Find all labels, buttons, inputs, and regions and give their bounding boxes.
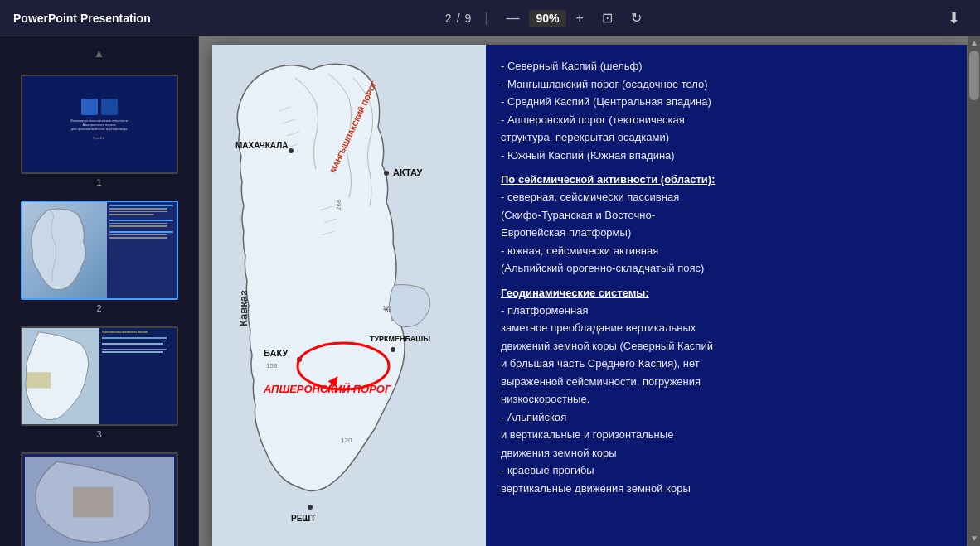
slide-number-1: 1 <box>96 177 101 187</box>
thumb2-text7 <box>109 237 167 239</box>
slide-thumb-container-4 <box>7 452 192 546</box>
section2-title: По сейсмической активности (области): <box>501 173 952 186</box>
thumb3-title: Тектоническая активность Каспия <box>102 331 174 334</box>
s3-line-2: заметное преобладание вертикальных <box>501 320 952 336</box>
svg-point-17 <box>308 505 313 510</box>
thumb3-line1 <box>102 337 167 339</box>
thumb2-map <box>22 202 107 298</box>
zoom-value: 90% <box>529 10 565 27</box>
content-line-5: структура, перекрытая осадками) <box>501 129 952 146</box>
page-separator: / <box>457 12 460 25</box>
slide-thumb-container-3: Тектоническая активность Каспия 3 <box>7 326 192 439</box>
total-pages: 9 <box>465 12 472 25</box>
app-title: PowerPoint Presentation <box>13 12 151 25</box>
section3-title: Геодинамические системы: <box>501 287 952 299</box>
svg-text:158: 158 <box>266 362 278 370</box>
slide-thumbnail-2[interactable] <box>21 201 178 300</box>
thumb2-text3 <box>109 214 154 215</box>
current-slide: 268 125 158 120 АКТАУ МАХАЧКАЛА БАКУ <box>212 45 967 546</box>
s3-line-9: движения земной коры <box>501 445 952 461</box>
main-area: ▲ Инженерно-геологические опасностиАпшер… <box>0 36 980 546</box>
slide-scrollbar[interactable]: ▲ ▼ <box>968 36 980 546</box>
zoom-out-button[interactable]: — <box>501 9 524 27</box>
zoom-controls: — 90% + <box>501 9 588 27</box>
slide1-icon2 <box>101 99 118 115</box>
svg-text:МАХАЧКАЛА: МАХАЧКАЛА <box>235 141 288 150</box>
svg-point-15 <box>391 347 395 352</box>
content-line-4: - Апшеронский порог (тектоническая <box>501 112 952 128</box>
svg-text:120: 120 <box>341 437 352 444</box>
thumb3-text2 <box>102 343 163 345</box>
slide-thumbnail-4[interactable] <box>21 452 178 546</box>
s3-line-11: вертикальные движения земной коры <box>501 481 952 497</box>
svg-text:ТУРКМЕНБАШЫ: ТУРКМЕНБАШЫ <box>370 335 430 343</box>
s2-line-4: - южная, сейсмически активная <box>501 243 952 259</box>
fit-screen-icon: ⊡ <box>602 11 613 25</box>
slide-scroll-up[interactable]: ▲ <box>968 36 980 49</box>
topbar-controls: 2 / 9 | — 90% + ⊡ ↻ <box>445 7 647 29</box>
s2-line-5: (Альпийский орогенно-складчатый пояс) <box>501 260 952 277</box>
content-line-6: - Южный Каспий (Южная впадина) <box>501 147 952 164</box>
thumb3-line2 <box>102 349 167 350</box>
thumb3-map-image <box>22 328 99 424</box>
divider: | <box>484 11 488 26</box>
s2-line-1: - северная, сейсмически пассивная <box>501 189 952 205</box>
s3-line-1: - платформенная <box>501 302 952 319</box>
content-line-2: - Мангышлакский порог (осадочное тело) <box>501 76 952 93</box>
scroll-up-indicator[interactable]: ▲ <box>7 45 192 61</box>
thumb2-text1 <box>109 208 167 210</box>
thumb2-text2 <box>109 211 167 213</box>
s3-line-6: низкоскоростные. <box>501 391 952 408</box>
slide-display-area: 268 125 158 120 АКТАУ МАХАЧКАЛА БАКУ <box>199 36 980 546</box>
thumb3-text1 <box>102 341 163 342</box>
page-indicator: 2 / 9 <box>445 12 471 25</box>
current-page: 2 <box>445 12 452 25</box>
svg-point-11 <box>289 148 294 153</box>
thumb2-text4 <box>109 223 167 225</box>
svg-text:АКТАУ: АКТАУ <box>393 167 422 177</box>
thumb4-overlay <box>25 457 174 546</box>
slide1-icon <box>81 99 98 115</box>
download-icon: ⬇ <box>948 10 960 27</box>
svg-text:268: 268 <box>335 199 342 210</box>
sidebar-wrapper: ▲ Инженерно-геологические опасностиАпшер… <box>0 36 199 546</box>
slide-scroll-down[interactable]: ▼ <box>968 532 980 544</box>
svg-text:Кавказ: Кавказ <box>237 290 250 326</box>
slide-number-2: 2 <box>96 303 101 313</box>
refresh-button[interactable]: ↻ <box>626 7 647 29</box>
thumb4-inner <box>22 454 177 546</box>
svg-text:РЕШТ: РЕШТ <box>291 514 316 523</box>
thumb4-map-area <box>25 457 174 546</box>
zoom-in-button[interactable]: + <box>571 9 589 27</box>
fit-screen-button[interactable]: ⊡ <box>597 7 618 29</box>
content-line-1: - Северный Каспий (шельф) <box>501 58 952 75</box>
top-bar: PowerPoint Presentation 2 / 9 | — 90% + … <box>0 0 980 36</box>
slide-viewport: 268 125 158 120 АКТАУ МАХАЧКАЛА БАКУ <box>199 36 980 546</box>
slide-thumbnails: ▲ Инженерно-геологические опасностиАпшер… <box>0 36 199 546</box>
svg-rect-1 <box>26 372 50 388</box>
slide-map: 268 125 158 120 АКТАУ МАХАЧКАЛА БАКУ <box>212 45 486 546</box>
thumb2-text5 <box>109 225 167 227</box>
slide-number-3: 3 <box>96 429 101 439</box>
refresh-icon: ↻ <box>631 11 642 25</box>
thumb2-line1 <box>109 205 174 206</box>
s3-line-10: - краевые прогибы <box>501 462 952 479</box>
slide-scrollbar-thumb[interactable] <box>969 51 979 100</box>
thumb3-map <box>22 328 99 424</box>
s3-line-8: и вертикальные и горизонтальные <box>501 427 952 443</box>
slide-thumbnail-3[interactable]: Тектоническая активность Каспия <box>21 326 178 426</box>
s3-line-7: - Альпийская <box>501 409 952 426</box>
s2-line-2: (Скифо-Туранская и Восточно- <box>501 207 952 224</box>
slide-thumb-container-1: Инженерно-геологические опасностиАпшерон… <box>7 75 192 187</box>
download-button[interactable]: ⬇ <box>941 6 967 31</box>
svg-point-9 <box>384 171 389 176</box>
thumb2-line2 <box>109 220 174 221</box>
s2-line-3: Европейская платформы) <box>501 225 952 241</box>
thumb3-text-area: Тектоническая активность Каспия <box>99 328 177 424</box>
s3-line-5: выраженной сейсмичности, погружения <box>501 374 952 390</box>
slide1-text: Инженерно-геологические опасностиАпшерон… <box>70 118 128 150</box>
slide-text-content: - Северный Каспий (шельф) - Мангышлакски… <box>486 45 967 546</box>
slide-thumb-container-2: 2 <box>7 201 192 313</box>
slide-thumbnail-1[interactable]: Инженерно-геологические опасностиАпшерон… <box>21 75 178 174</box>
s3-line-3: движений земной коры (Северный Каспий <box>501 338 952 355</box>
